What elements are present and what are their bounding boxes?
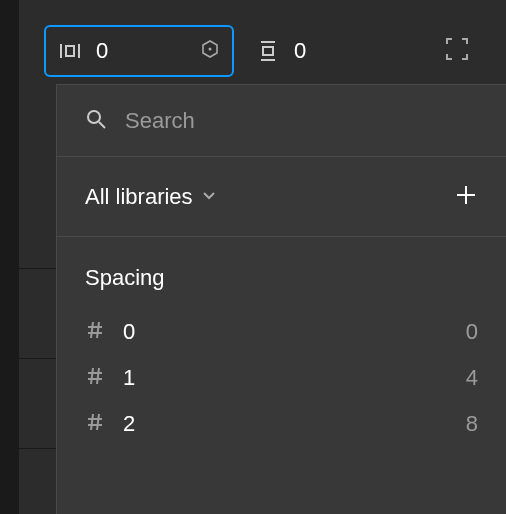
search-input[interactable] (125, 108, 478, 134)
horizontal-gap-value: 0 (96, 38, 186, 64)
variable-value: 4 (466, 365, 478, 391)
search-row (57, 85, 506, 157)
list-item[interactable]: 2 8 (57, 401, 506, 447)
apply-variable-icon[interactable] (200, 39, 220, 63)
svg-line-15 (97, 322, 99, 338)
spacing-fields-row: 0 0 (44, 24, 470, 78)
svg-line-18 (91, 368, 93, 384)
svg-line-9 (99, 122, 105, 128)
svg-line-14 (91, 322, 93, 338)
number-variable-icon (85, 366, 105, 390)
section-title: Spacing (57, 237, 506, 309)
vertical-gap-field[interactable]: 0 (256, 25, 306, 77)
variable-name: 2 (123, 411, 448, 437)
add-variable-button[interactable] (454, 183, 478, 211)
svg-point-4 (209, 48, 212, 51)
expand-padding-icon[interactable] (444, 36, 470, 66)
svg-line-23 (97, 414, 99, 430)
list-item[interactable]: 0 0 (57, 309, 506, 355)
svg-line-19 (97, 368, 99, 384)
horizontal-gap-icon (58, 39, 82, 63)
number-variable-icon (85, 320, 105, 344)
variable-name: 1 (123, 365, 448, 391)
variable-value: 8 (466, 411, 478, 437)
svg-point-8 (88, 111, 100, 123)
vertical-gap-value: 0 (294, 38, 306, 64)
variable-picker-dropdown: All libraries Spacing 0 (56, 84, 506, 514)
search-icon (85, 108, 107, 134)
libraries-label: All libraries (85, 184, 193, 210)
svg-rect-6 (263, 47, 273, 55)
variable-value: 0 (466, 319, 478, 345)
libraries-selector[interactable]: All libraries (57, 157, 506, 237)
number-variable-icon (85, 412, 105, 436)
vertical-gap-icon (256, 39, 280, 63)
spacing-list: 0 0 1 4 (57, 309, 506, 447)
list-item[interactable]: 1 4 (57, 355, 506, 401)
chevron-down-icon (201, 187, 217, 207)
horizontal-gap-field[interactable]: 0 (44, 25, 234, 77)
svg-line-22 (91, 414, 93, 430)
svg-rect-1 (66, 46, 74, 56)
variable-name: 0 (123, 319, 448, 345)
